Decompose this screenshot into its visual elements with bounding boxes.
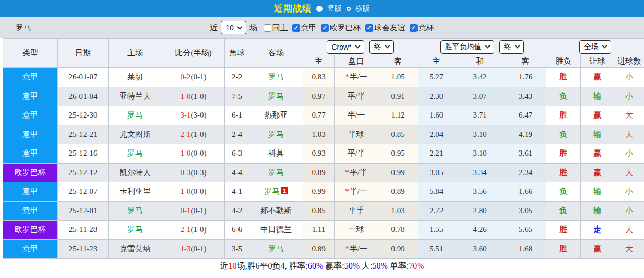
away-team: 罗马: [265, 187, 280, 195]
avg-type-select[interactable]: 胜平负均值: [440, 40, 494, 54]
avg-draw-cell: 3.42: [455, 68, 505, 87]
fulltime-score: 2-1: [181, 130, 191, 138]
match-date-cell: 26-01-07: [58, 68, 109, 87]
match-date: 25-11-23: [69, 245, 97, 253]
sub-header-avg-away: 客: [505, 55, 546, 68]
checkbox-checked-icon[interactable]: ✓: [321, 24, 329, 32]
filter-checkbox-item[interactable]: ✓欧罗巴杯: [321, 23, 361, 33]
avg-draw-cell: 3.10: [455, 144, 505, 164]
corner-score: 4-2: [232, 206, 242, 215]
halftime-score: (0-1): [191, 245, 207, 253]
match-type: 意甲: [22, 149, 38, 157]
filter-checkbox-item[interactable]: ✓意杯: [410, 23, 434, 33]
odds-home-cell: 1.03: [303, 125, 335, 144]
odds-away-cell: 0.95: [378, 144, 418, 164]
filter-checkbox-item[interactable]: ✓意甲: [292, 23, 317, 33]
home-team: 罗马: [127, 111, 143, 119]
layout-radio-label[interactable]: 竖版: [327, 4, 342, 14]
match-date: 26-01-04: [69, 92, 98, 100]
handicap-cell: 半/一: [335, 106, 378, 125]
odds-home-cell: 0.97: [303, 87, 335, 106]
away-team-cell: 科莫: [249, 144, 303, 164]
result-handicap-cell: 输: [581, 87, 614, 106]
checkbox-checked-icon[interactable]: ✓: [365, 24, 373, 32]
filter-checkbox-item[interactable]: 同主: [264, 23, 288, 33]
away-team-cell: 罗马: [249, 163, 303, 182]
result-goals: 小: [625, 73, 633, 81]
result-handicap-cell: 赢: [581, 68, 614, 87]
result-goals-cell: 大: [614, 106, 644, 125]
handicap-cell: 平/半: [335, 87, 378, 106]
away-team-cell: 那不勒斯: [249, 201, 303, 221]
home-team: 罗马: [127, 225, 143, 234]
avg-away-cell: 1.68: [505, 239, 546, 259]
avg-draw: 3.42: [473, 73, 486, 81]
checkbox-unchecked-icon[interactable]: [264, 24, 271, 32]
filter-checkbox-item[interactable]: ✓球会友谊: [365, 23, 406, 33]
avg-draw: 3.07: [473, 92, 486, 100]
handicap-text: 平/半: [347, 149, 365, 157]
odds-home: 0.85: [312, 206, 325, 215]
avg-away-cell: 3.05: [505, 201, 546, 221]
odds-away: 0.85: [391, 130, 404, 138]
result-handicap: 输: [593, 92, 601, 100]
match-type: 意甲: [22, 206, 38, 215]
result-handicap: 赢: [593, 73, 601, 81]
match-count-select[interactable]: 10: [221, 21, 246, 34]
result-goals: 小: [625, 206, 633, 215]
match-date-cell: 25-12-30: [58, 106, 109, 125]
layout-radio-label[interactable]: 横版: [355, 4, 370, 14]
match-date: 25-12-21: [69, 130, 98, 138]
checkbox-checked-icon[interactable]: ✓: [410, 24, 418, 32]
score-cell: 1-0(1-0): [162, 87, 225, 106]
avg-home-cell: 5.51: [418, 239, 455, 259]
summary-segment: 大:: [360, 261, 372, 272]
match-type: 意甲: [22, 245, 38, 253]
avg-away: 1.76: [519, 73, 532, 81]
away-team: 热那亚: [265, 111, 288, 119]
handicap-cell: 一球: [335, 221, 378, 240]
table-row: 意甲 25-12-07 卡利亚里 1-0(0-0) 4-1 罗马1 0.99 *…: [3, 182, 644, 202]
result-goals-cell: 大: [614, 125, 644, 144]
layout-radio-unselected[interactable]: [347, 7, 351, 11]
odds-home: 0.83: [312, 73, 325, 81]
chevron-down-icon: [602, 43, 607, 49]
layout-radio-group: 竖版横版: [316, 4, 370, 14]
table-row: 意甲 25-12-16 罗马 1-0(0-0) 6-3 科莫 0.93 平/半 …: [3, 144, 644, 164]
away-team: 罗马: [268, 73, 284, 81]
col-header-home: 主场: [109, 39, 162, 68]
matches-label: 场: [249, 23, 257, 33]
checkbox-checked-icon[interactable]: ✓: [292, 24, 300, 32]
odds-away-cell: 1.12: [378, 106, 418, 125]
table-row: 意甲 25-11-23 克雷莫纳 1-3(0-1) 3-5 罗马 0.89 *半…: [3, 239, 644, 259]
avg-draw: 4.26: [473, 225, 486, 234]
result-handicap-cell: 输: [581, 182, 614, 202]
odds-source-value: Crow*: [331, 43, 351, 51]
odds-time-select[interactable]: 终: [369, 40, 394, 54]
match-date-cell: 25-11-23: [58, 239, 109, 259]
avg-home: 5.51: [430, 245, 443, 253]
result-handicap-cell: 赢: [581, 106, 614, 125]
score-cell: 0-3(0-3): [162, 163, 225, 182]
avg-away: 3.05: [519, 206, 532, 215]
scope-select[interactable]: 全场: [579, 40, 611, 54]
avg-draw: 3.56: [473, 187, 486, 195]
summary-segment: 50%: [372, 261, 387, 271]
competition-filter-group: 同主✓意甲✓欧罗巴杯✓球会友谊✓意杯: [260, 23, 434, 33]
away-team: 中日德兰: [260, 225, 292, 234]
match-date: 25-12-30: [69, 111, 98, 119]
layout-radio-selected[interactable]: [316, 6, 323, 12]
avg-time-select[interactable]: 终: [499, 40, 524, 54]
match-date: 25-12-01: [69, 206, 98, 215]
corner-cell: 2-2: [225, 68, 249, 87]
home-team-cell: 罗马: [109, 106, 162, 125]
home-team-cell: 尤文图斯: [109, 125, 162, 144]
odds-source-select[interactable]: Crow*: [327, 40, 364, 54]
handicap-star-icon: *: [345, 73, 349, 81]
result-outcome-cell: 胜: [546, 163, 581, 182]
home-team-cell: 莱切: [109, 68, 162, 87]
sub-header-goals: 进球数: [614, 55, 644, 68]
match-date-cell: 25-12-21: [58, 125, 109, 144]
avg-home-cell: 1.55: [418, 221, 455, 240]
summary-segment: 10: [228, 261, 236, 271]
